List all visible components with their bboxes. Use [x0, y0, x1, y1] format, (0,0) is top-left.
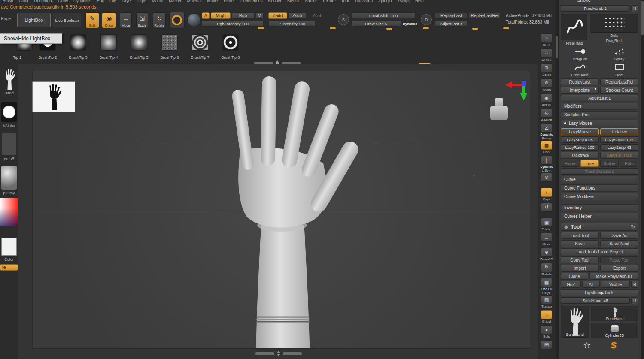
backtrack-path-toggle[interactable]: Path: [620, 160, 638, 167]
menu-zscript[interactable]: Zscript: [397, 0, 410, 4]
doc-scrollbar-bottom[interactable]: [255, 351, 302, 356]
scroll-handle[interactable]: [255, 352, 274, 355]
alpha-thumb[interactable]: [1, 102, 17, 122]
save-button[interactable]: Save: [561, 240, 599, 247]
stroke-type-freehand-small[interactable]: FreeHand: [561, 63, 599, 77]
tool-restore-button[interactable]: R: [631, 297, 638, 304]
paste-tool-button[interactable]: Paste Tool: [600, 256, 638, 263]
shelf-polyf-button[interactable]: ▩Line FillPolyF: [538, 278, 555, 295]
make-polymesh3d-button[interactable]: Make PolyMesh3D: [589, 273, 638, 280]
shelf-actual-button[interactable]: ◉Actual: [538, 94, 555, 108]
current-material-button[interactable]: [187, 13, 201, 27]
current-brush-button[interactable]: [169, 12, 185, 28]
scale-button[interactable]: ⇲ Scale: [136, 12, 148, 28]
brushtip-3-thumb[interactable]: [70, 34, 86, 51]
shelf-aahalf-button[interactable]: ½AAHalf: [538, 109, 555, 123]
viewport[interactable]: [18, 64, 538, 359]
lazysmooth-slider[interactable]: LazySmooth 16: [600, 136, 638, 143]
shelf-solo-button[interactable]: ●Solo: [538, 325, 555, 340]
camera-gizmo[interactable]: [489, 98, 509, 121]
shelf-spin-button[interactable]: ↺: [538, 203, 555, 217]
stroke-type-freehand-large[interactable]: FreeHand: [561, 14, 588, 45]
menu-transform[interactable]: Transform: [354, 0, 373, 4]
recent-tool2-thumb[interactable]: Cylinder3D: [591, 323, 638, 338]
curve-functions-section[interactable]: Curve Functions: [561, 184, 638, 192]
menu-material[interactable]: Material: [187, 0, 202, 4]
shelf-transp-button[interactable]: ▨Transp: [538, 295, 555, 310]
modifiers-section[interactable]: Modifiers: [561, 103, 638, 110]
menu-movie[interactable]: Movie: [207, 0, 218, 4]
stroke-type-dragdot[interactable]: DragDot: [561, 47, 599, 61]
stroke-current-slider[interactable]: FreeHand. 2: [561, 5, 630, 12]
material-thumb[interactable]: [1, 166, 17, 190]
goz-logo-icon[interactable]: S: [611, 340, 617, 350]
adjustlast-slider[interactable]: AdjustLast 1: [435, 21, 468, 27]
switch-color-button[interactable]: te: [0, 264, 18, 271]
interpolate-button[interactable]: Interpolate: [561, 87, 599, 94]
menu-brush[interactable]: Brush: [3, 0, 13, 4]
menu-marker[interactable]: Marker: [169, 0, 182, 4]
m-toggle[interactable]: M: [255, 12, 264, 19]
panel-scroll-track[interactable]: [556, 0, 558, 359]
goz-button[interactable]: GoZ: [561, 281, 581, 288]
shelf-gxyz-button[interactable]: +Gxyz: [538, 188, 555, 202]
stroke-type-dots[interactable]: Dots DragRect: [590, 14, 638, 45]
shelf-move-button[interactable]: ↔Move: [538, 233, 555, 247]
mrgb-toggle[interactable]: Mrgb: [211, 12, 231, 19]
menu-macro[interactable]: Macro: [152, 0, 163, 4]
live-boolean-button[interactable]: Live Boolean: [52, 13, 82, 27]
dynamic-label[interactable]: Dynamic: [403, 22, 417, 26]
load-tools-from-project-button[interactable]: Load Tools From Project: [561, 248, 638, 255]
scroll-arrows-icon[interactable]: [277, 351, 280, 356]
goz-r-button[interactable]: R: [631, 281, 638, 288]
menu-light[interactable]: Light: [137, 0, 146, 4]
shelf-local-button[interactable]: ⊙: [538, 173, 555, 187]
brushtip-4-thumb[interactable]: [100, 34, 117, 51]
active-tool-thumb[interactable]: SunilHand: [561, 306, 589, 338]
shelf-ghost-button[interactable]: ◌Ghost: [538, 310, 555, 325]
tool-refresh-icon[interactable]: ↻: [631, 224, 635, 230]
current-sculpt-brush-icon[interactable]: [1, 69, 17, 90]
draw-button[interactable]: ◉ Draw: [102, 12, 116, 28]
menu-file[interactable]: File: [109, 0, 116, 4]
draw-size-slider[interactable]: Draw Size 5: [351, 21, 401, 27]
menu-help[interactable]: Help: [415, 0, 424, 4]
track-curvature-slider[interactable]: Track Curvature: [561, 168, 638, 175]
shelf-persp-button[interactable]: ∠DynamicPersp: [538, 124, 555, 140]
z-intensity-slider[interactable]: Z Intensity 100: [268, 21, 316, 27]
shelf-rotate3d-button[interactable]: ↻Rotate: [538, 263, 555, 278]
main-color-swatch[interactable]: [1, 238, 17, 256]
scroll-handle[interactable]: [283, 352, 302, 355]
rotate-button[interactable]: ↻ Rotate: [153, 12, 166, 28]
menu-color[interactable]: Color: [19, 0, 29, 4]
menu-edit[interactable]: Edit: [97, 0, 104, 4]
stroke-replaylast-button[interactable]: ReplayLast: [561, 78, 599, 85]
shelf-zoom3d-button[interactable]: ⊕Zoom3D: [538, 248, 555, 262]
menu-layer[interactable]: Layer: [122, 0, 132, 4]
stroke-replaylastrel-button[interactable]: ReplayLastRel: [600, 78, 638, 85]
lazysnap-slider[interactable]: LazySnap 43: [600, 144, 638, 151]
menu-render[interactable]: Render: [268, 0, 282, 4]
goz-visible-button[interactable]: Visible: [601, 281, 630, 288]
stroke-restore-button[interactable]: R: [631, 5, 638, 12]
copy-tool-button[interactable]: Copy Tool: [561, 256, 599, 263]
shelf-scroll-button[interactable]: ⇅Scroll: [538, 63, 555, 78]
hand-3d-model[interactable]: [181, 72, 370, 349]
menu-stencil[interactable]: Stencil: [287, 0, 300, 4]
menu-stroke[interactable]: Stroke: [305, 0, 316, 4]
texture-thumb[interactable]: [1, 133, 17, 155]
curve-modifiers-section[interactable]: Curve Modifiers: [561, 193, 638, 200]
stroke-dial-icon[interactable]: S: [338, 14, 349, 25]
stroke-adjustlast-slider[interactable]: AdjustLast 1: [561, 95, 638, 101]
menu-zplugin[interactable]: Zplugin: [378, 0, 392, 4]
tool-palette-header[interactable]: ◆ Tool ↻: [561, 223, 638, 231]
replaylastrel-button[interactable]: ReplayLastRel: [469, 12, 501, 19]
shelf-zoom-button[interactable]: ⊕Zoom: [538, 78, 555, 93]
tool-current-slider[interactable]: SunilHand. 48: [561, 297, 630, 304]
menu-texture[interactable]: Texture: [322, 0, 336, 4]
edit-button[interactable]: ✎ Edit: [85, 12, 99, 28]
color-picker-gradient[interactable]: [0, 198, 18, 226]
backtrack-line-toggle[interactable]: Line: [580, 160, 599, 167]
shelf-grid-button[interactable]: ▤: [538, 340, 555, 355]
export-button[interactable]: Export: [600, 265, 638, 272]
